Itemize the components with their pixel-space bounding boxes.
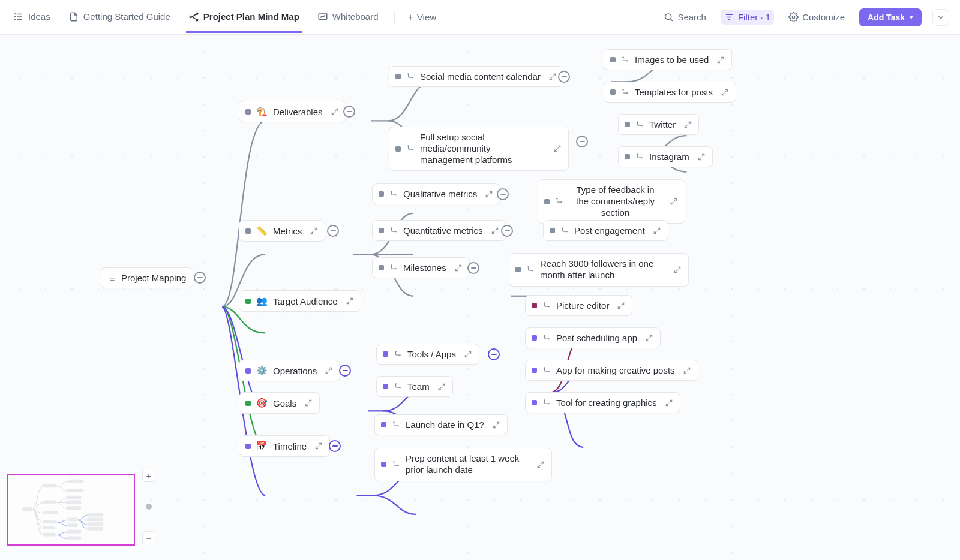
node-metrics[interactable]: 📏 Metrics bbox=[239, 220, 325, 242]
collapse-toggle[interactable] bbox=[501, 225, 513, 237]
node-operations[interactable]: ⚙️ Operations bbox=[239, 360, 340, 381]
svg-rect-17 bbox=[66, 496, 81, 499]
tab-ideas[interactable]: Ideas bbox=[11, 2, 53, 33]
node-goals[interactable]: 🎯 Goals bbox=[239, 392, 320, 414]
collapse-toggle[interactable] bbox=[558, 71, 570, 83]
node-label: Instagram bbox=[649, 152, 689, 162]
svg-point-5 bbox=[793, 16, 795, 18]
subtask-icon bbox=[542, 399, 551, 407]
zoom-level-indicator[interactable] bbox=[146, 504, 152, 510]
subtask-icon bbox=[406, 73, 415, 81]
subtask-icon bbox=[389, 264, 398, 272]
node-label: Twitter bbox=[649, 119, 676, 130]
collapse-toggle[interactable] bbox=[576, 136, 588, 147]
add-task-button[interactable]: Add Task ▾ bbox=[859, 8, 922, 26]
status-square bbox=[515, 267, 521, 272]
toolbar-actions: Search Filter · 1 Customize Add Task ▾ bbox=[660, 8, 949, 26]
mind-map-canvas[interactable]: Project Mapping 🏗️ Deliverables 📏 Metric… bbox=[0, 35, 960, 560]
svg-rect-9 bbox=[43, 484, 57, 487]
node-label: Tool for creating graphics bbox=[556, 398, 657, 408]
expand-icon bbox=[346, 297, 354, 305]
emoji-icon: 🏗️ bbox=[256, 106, 268, 117]
collapse-toggle[interactable] bbox=[343, 106, 355, 118]
node-label: App for making creative posts bbox=[556, 365, 675, 375]
search-button[interactable]: Search bbox=[660, 10, 710, 25]
node-creative-posts[interactable]: App for making creative posts bbox=[525, 360, 698, 381]
node-post-engagement[interactable]: Post engagement bbox=[543, 220, 668, 241]
node-launch-q1[interactable]: Launch date in Q1? bbox=[374, 414, 508, 435]
status-square bbox=[245, 401, 251, 406]
node-full-setup[interactable]: Full setup social media/community manage… bbox=[389, 127, 569, 171]
node-post-scheduling[interactable]: Post scheduling app bbox=[525, 327, 661, 348]
node-label: Project Mapping bbox=[121, 273, 186, 283]
node-feedback-type[interactable]: Type of feedback in the comments/reply s… bbox=[538, 179, 685, 224]
node-milestones[interactable]: Milestones bbox=[372, 257, 470, 278]
emoji-icon: 🎯 bbox=[256, 398, 268, 408]
node-project-mapping[interactable]: Project Mapping bbox=[101, 267, 193, 288]
collapse-toggle[interactable] bbox=[467, 262, 479, 274]
node-label: Metrics bbox=[273, 226, 302, 236]
more-menu-button[interactable] bbox=[932, 9, 949, 26]
subtask-icon bbox=[406, 144, 415, 153]
node-team[interactable]: Team bbox=[376, 376, 453, 397]
node-picture-editor[interactable]: Picture editor bbox=[525, 295, 632, 316]
node-graphics-tool[interactable]: Tool for creating graphics bbox=[525, 392, 680, 413]
node-social-calendar[interactable]: Social media content calendar bbox=[389, 66, 564, 87]
collapse-toggle[interactable] bbox=[497, 188, 509, 200]
zoom-in-button[interactable]: + bbox=[142, 469, 155, 482]
add-view-button[interactable]: + View bbox=[408, 12, 437, 22]
node-deliverables[interactable]: 🏗️ Deliverables bbox=[239, 101, 346, 122]
filter-button[interactable]: Filter · 1 bbox=[721, 10, 774, 25]
node-label: Goals bbox=[273, 398, 296, 408]
node-qualitative[interactable]: Qualitative metrics bbox=[372, 183, 500, 204]
tab-mind-map[interactable]: Project Plan Mind Map bbox=[186, 2, 302, 33]
tab-whiteboard[interactable]: Whiteboard bbox=[315, 2, 381, 33]
expand-icon bbox=[645, 334, 653, 342]
node-prep-content[interactable]: Prep content at least 1 week prior launc… bbox=[374, 448, 552, 481]
tab-getting-started[interactable]: Getting Started Guide bbox=[66, 2, 173, 33]
node-label: Post engagement bbox=[574, 225, 645, 236]
customize-button[interactable]: Customize bbox=[785, 10, 848, 25]
node-timeline[interactable]: 📅 Timeline bbox=[239, 435, 330, 457]
node-quantitative[interactable]: Quantitative metrics bbox=[372, 220, 506, 241]
subtask-icon bbox=[389, 190, 398, 198]
subtask-icon bbox=[621, 56, 629, 64]
collapse-toggle[interactable] bbox=[194, 272, 206, 284]
tab-label: Ideas bbox=[28, 11, 50, 22]
search-label: Search bbox=[677, 12, 706, 22]
expand-icon bbox=[304, 399, 313, 407]
status-square bbox=[379, 265, 384, 270]
node-twitter[interactable]: Twitter bbox=[618, 114, 699, 135]
zoom-out-button[interactable]: − bbox=[142, 531, 155, 544]
node-templates-posts[interactable]: Templates for posts bbox=[604, 82, 736, 103]
status-square bbox=[395, 146, 401, 152]
node-images-used[interactable]: Images to be used bbox=[604, 49, 732, 70]
filter-label: Filter · 1 bbox=[738, 12, 770, 22]
node-label: Qualitative metrics bbox=[403, 189, 477, 199]
node-label: Templates for posts bbox=[635, 87, 713, 97]
zoom-controls: + − bbox=[140, 468, 157, 546]
status-square bbox=[379, 191, 384, 197]
node-reach-followers[interactable]: Reach 3000 followers in one month after … bbox=[509, 253, 689, 287]
svg-rect-18 bbox=[66, 501, 81, 504]
status-square bbox=[245, 228, 251, 234]
node-label: Type of feedback in the comments/reply s… bbox=[569, 185, 662, 218]
expand-icon bbox=[716, 56, 725, 64]
expand-icon bbox=[553, 144, 562, 153]
node-tools-apps[interactable]: Tools / Apps bbox=[376, 344, 479, 365]
minimap[interactable] bbox=[7, 474, 135, 546]
svg-rect-21 bbox=[67, 523, 77, 527]
collapse-toggle[interactable] bbox=[327, 225, 339, 237]
subtask-icon bbox=[392, 460, 400, 469]
node-label: Prep content at least 1 week prior launc… bbox=[406, 453, 529, 476]
collapse-toggle[interactable] bbox=[339, 365, 351, 377]
status-square bbox=[532, 303, 537, 308]
svg-rect-10 bbox=[43, 501, 56, 504]
node-label: Quantitative metrics bbox=[403, 225, 483, 236]
node-target-audience[interactable]: 👥 Target Audience bbox=[239, 290, 361, 312]
collapse-toggle[interactable] bbox=[329, 440, 341, 452]
subtask-icon bbox=[392, 421, 400, 429]
collapse-toggle[interactable] bbox=[488, 348, 500, 360]
node-instagram[interactable]: Instagram bbox=[618, 146, 713, 167]
subtask-icon bbox=[542, 366, 551, 375]
